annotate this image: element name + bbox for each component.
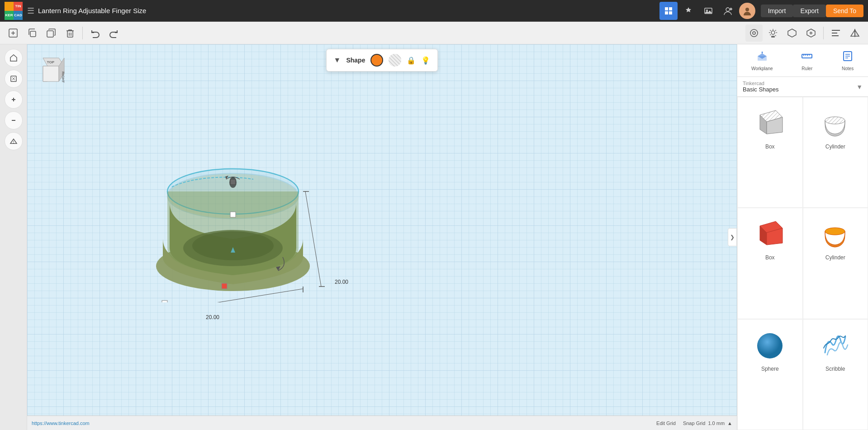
shape-item-cylinder-orange[interactable]: Cylinder	[803, 208, 868, 319]
shape-item-scribble[interactable]: Scribble	[803, 319, 868, 430]
svg-rect-1	[669, 7, 672, 10]
light-shape-icon[interactable]: 💡	[421, 56, 430, 65]
redo-button[interactable]	[105, 24, 123, 42]
hex-button[interactable]	[783, 24, 801, 42]
shape-item-sphere-blue[interactable]: Sphere	[737, 319, 803, 430]
delete-button[interactable]	[62, 24, 79, 42]
profile-avatar[interactable]	[739, 3, 755, 19]
copy-button[interactable]	[43, 24, 60, 42]
scribble-label: Scribble	[825, 366, 845, 372]
logo-cell-tl	[5, 2, 14, 11]
svg-rect-14	[47, 31, 53, 37]
solid-color-button[interactable]	[370, 54, 383, 67]
canvas-area[interactable]: TOP RIGHT ▼ Shape 🔒 💡	[27, 44, 737, 430]
panel-collapse-button[interactable]: ❯	[728, 228, 737, 246]
zoom-fit-button[interactable]	[5, 70, 23, 88]
toolbar-sep-2	[823, 27, 824, 39]
svg-rect-25	[832, 33, 837, 33]
zoom-in-button[interactable]	[5, 91, 23, 109]
svg-marker-39	[43, 66, 59, 81]
svg-marker-21	[788, 29, 796, 37]
edit-grid-button[interactable]: Edit Grid	[656, 420, 676, 426]
cube-navigator[interactable]: TOP RIGHT	[32, 53, 68, 90]
workplane-button[interactable]: Workplane	[748, 48, 777, 73]
duplicate-button[interactable]	[24, 24, 41, 42]
edit-toolbar	[0, 22, 868, 44]
zoom-out-button[interactable]	[5, 111, 23, 129]
flip-button[interactable]	[846, 24, 863, 42]
cylinder-gray-icon	[817, 105, 854, 141]
toolbar-sep-1	[82, 27, 83, 39]
camera-view-button[interactable]	[745, 24, 763, 42]
shapes-dropdown-button[interactable]: ▼	[856, 83, 863, 91]
svg-rect-0	[665, 7, 668, 10]
shape-item-box-gray[interactable]: Box	[737, 97, 803, 208]
svg-point-6	[726, 8, 730, 11]
box-gray-label: Box	[765, 143, 775, 150]
svg-marker-28	[855, 30, 859, 36]
workplane-label: Workplane	[751, 66, 773, 71]
workplane-icon	[756, 50, 768, 65]
notes-label: Notes	[842, 66, 854, 71]
shape-panel-toggle[interactable]: ▼	[334, 56, 341, 64]
svg-point-23	[810, 32, 812, 34]
svg-point-9	[745, 8, 749, 11]
svg-rect-13	[30, 31, 36, 37]
shapes-grid: Box C	[737, 97, 868, 430]
shapes-brand: Tinkercad	[743, 81, 779, 86]
svg-point-20	[771, 31, 775, 34]
export-button[interactable]: Export	[793, 5, 825, 17]
sphere-blue-icon	[752, 327, 788, 363]
hex2-button[interactable]	[802, 24, 820, 42]
notes-icon	[841, 50, 854, 65]
home-view-button[interactable]	[5, 49, 23, 67]
box-red-icon	[752, 215, 788, 252]
grid-view-button[interactable]	[659, 2, 678, 20]
svg-point-83	[757, 333, 783, 358]
shape-item-box-red[interactable]: Box	[737, 208, 803, 319]
svg-marker-22	[807, 29, 815, 37]
cylinder-orange-icon	[817, 215, 854, 252]
settings-button[interactable]	[679, 2, 697, 20]
snap-grid-value: 1.0 mm	[708, 420, 725, 426]
ruler-button[interactable]: Ruler	[797, 48, 817, 73]
gallery-button[interactable]	[699, 2, 717, 20]
scribble-icon	[817, 327, 854, 363]
svg-point-19	[753, 32, 755, 34]
tinkercad-logo[interactable]: TIN KER CAD	[5, 2, 23, 20]
svg-marker-27	[851, 30, 855, 36]
svg-rect-2	[665, 11, 668, 14]
top-bar: TIN KER CAD ☰ Lantern Ring Adjustable Fi…	[0, 0, 868, 22]
ruler-icon	[801, 50, 813, 65]
project-icon[interactable]: ☰	[27, 6, 34, 16]
import-button[interactable]: Import	[761, 5, 793, 17]
cylinder-orange-label: Cylinder	[825, 254, 845, 261]
logo-cell-br: CAD	[14, 11, 23, 20]
perspective-button[interactable]	[5, 132, 23, 150]
send-to-button[interactable]: Send To	[826, 5, 863, 17]
svg-rect-3	[669, 11, 672, 14]
snap-grid-control[interactable]: Snap Grid 1.0 mm ▲	[683, 420, 732, 426]
shapes-header: Tinkercad Basic Shapes ▼	[737, 77, 868, 97]
shape-item-cylinder-gray[interactable]: Cylinder	[803, 97, 868, 208]
svg-point-18	[750, 29, 758, 37]
tinkercad-url: https://www.tinkercad.com	[32, 420, 90, 426]
right-panel: Workplane Ruler	[737, 44, 868, 430]
snap-grid-up-arrow[interactable]: ▲	[727, 420, 732, 426]
canvas-grid	[27, 44, 737, 430]
light-button[interactable]	[764, 24, 782, 42]
logo-cell-tr: TIN	[14, 2, 23, 11]
shape-panel-title: Shape	[346, 57, 365, 64]
dim-width-label: 20.00	[335, 279, 348, 285]
cylinder-gray-label: Cylinder	[825, 143, 845, 150]
notes-button[interactable]: Notes	[838, 48, 858, 73]
bottom-bar: https://www.tinkercad.com Edit Grid Snap…	[27, 416, 737, 430]
undo-button[interactable]	[86, 24, 104, 42]
align-button[interactable]	[827, 24, 844, 42]
right-top-toolbar: Workplane Ruler	[737, 44, 868, 77]
new-shape-button[interactable]	[5, 24, 22, 42]
hole-color-button[interactable]	[389, 54, 401, 67]
svg-text:TOP: TOP	[47, 60, 55, 64]
add-user-button[interactable]	[719, 2, 737, 20]
svg-rect-15	[67, 31, 73, 37]
